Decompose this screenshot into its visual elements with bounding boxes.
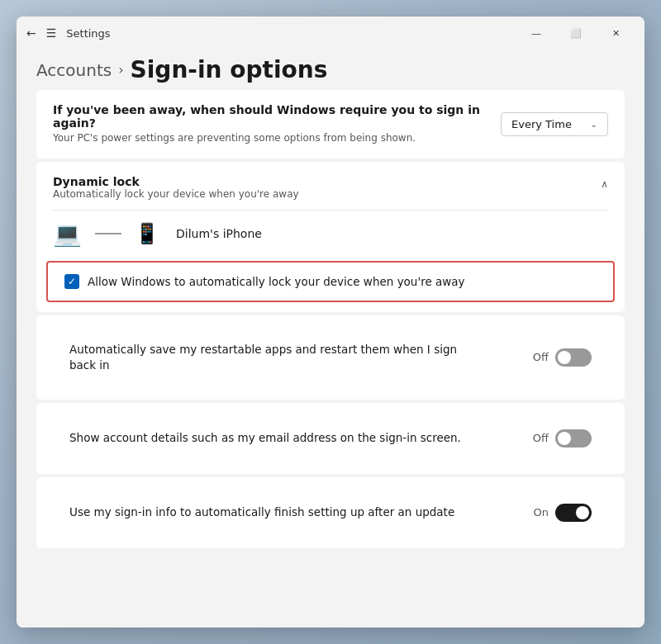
dynamic-lock-title: Dynamic lock xyxy=(53,175,299,188)
sign-in-info-label: Use my sign-in info to automatically fin… xyxy=(69,504,454,520)
page-title: Sign-in options xyxy=(131,56,328,83)
account-details-card: Show account details such as my email ad… xyxy=(36,403,625,474)
breadcrumb-chevron: › xyxy=(118,62,123,78)
account-details-status: Off xyxy=(533,432,549,444)
auto-lock-checkbox-row[interactable]: ✓ Allow Windows to automatically lock yo… xyxy=(46,261,615,302)
close-button[interactable]: ✕ xyxy=(597,20,635,46)
sign-in-info-toggle-group: On xyxy=(534,504,592,522)
title-bar-left: ← ☰ Settings xyxy=(26,26,517,40)
account-details-toggle-group: Off xyxy=(533,429,592,447)
account-details-row: Show account details such as my email ad… xyxy=(53,416,608,461)
toggle-thumb-3 xyxy=(576,506,589,519)
restart-apps-row: Automatically save my restartable apps a… xyxy=(53,329,608,386)
phone-icon: 📱 xyxy=(135,222,159,245)
sign-in-info-toggle[interactable] xyxy=(555,504,592,522)
sign-in-away-card: If you've been away, when should Windows… xyxy=(36,90,625,159)
sign-in-info-card: Use my sign-in info to automatically fin… xyxy=(36,477,625,548)
breadcrumb-accounts[interactable]: Accounts xyxy=(36,60,112,80)
dynamic-lock-card: Dynamic lock Automatically lock your dev… xyxy=(36,162,625,312)
account-details-label: Show account details such as my email ad… xyxy=(69,430,461,446)
sign-in-dropdown[interactable]: Every Time ⌄ xyxy=(501,112,608,136)
window-title: Settings xyxy=(66,27,110,40)
toggle-thumb xyxy=(558,351,571,364)
sign-in-away-title: If you've been away, when should Windows… xyxy=(53,103,487,130)
restart-apps-toggle[interactable] xyxy=(555,348,592,367)
restart-apps-label: Automatically save my restartable apps a… xyxy=(69,342,466,373)
auto-lock-label: Allow Windows to automatically lock your… xyxy=(88,275,465,288)
dropdown-value: Every Time xyxy=(511,118,572,130)
settings-window: ← ☰ Settings — ⬜ ✕ Accounts › Sign-in op… xyxy=(17,17,644,627)
restart-apps-status: Off xyxy=(533,351,549,363)
sign-in-info-row: Use my sign-in info to automatically fin… xyxy=(53,490,608,535)
restart-apps-toggle-group: Off xyxy=(533,348,592,367)
sign-in-away-row: If you've been away, when should Windows… xyxy=(53,103,608,145)
chevron-down-icon: ⌄ xyxy=(591,120,597,129)
chevron-up-icon[interactable]: ∧ xyxy=(601,178,608,190)
sign-in-info-status: On xyxy=(534,506,549,519)
checkmark-icon: ✓ xyxy=(68,276,76,287)
device-connector xyxy=(95,233,121,234)
auto-lock-checkbox[interactable]: ✓ xyxy=(64,274,79,289)
device-row: 💻 📱 Dilum's iPhone xyxy=(36,211,625,261)
laptop-icon: 💻 xyxy=(53,220,82,248)
device-name: Dilum's iPhone xyxy=(176,227,262,240)
restart-apps-card: Automatically save my restartable apps a… xyxy=(36,315,625,400)
title-bar: ← ☰ Settings — ⬜ ✕ xyxy=(17,17,644,50)
toggle-thumb-2 xyxy=(558,432,571,445)
window-controls: — ⬜ ✕ xyxy=(517,20,635,46)
minimize-button[interactable]: — xyxy=(517,20,555,46)
dynamic-lock-desc: Automatically lock your device when you'… xyxy=(53,188,299,200)
account-details-toggle[interactable] xyxy=(555,429,592,447)
hamburger-icon[interactable]: ☰ xyxy=(46,26,57,40)
dynamic-lock-text: Dynamic lock Automatically lock your dev… xyxy=(53,175,299,200)
dynamic-lock-header: Dynamic lock Automatically lock your dev… xyxy=(36,162,625,210)
breadcrumb: Accounts › Sign-in options xyxy=(36,56,625,83)
content-area: Accounts › Sign-in options If you've bee… xyxy=(17,50,644,627)
sign-in-away-text: If you've been away, when should Windows… xyxy=(53,103,501,145)
back-button[interactable]: ← xyxy=(26,26,36,40)
sign-in-away-subtitle: Your PC's power settings are preventing … xyxy=(53,131,487,145)
maximize-button[interactable]: ⬜ xyxy=(557,20,595,46)
